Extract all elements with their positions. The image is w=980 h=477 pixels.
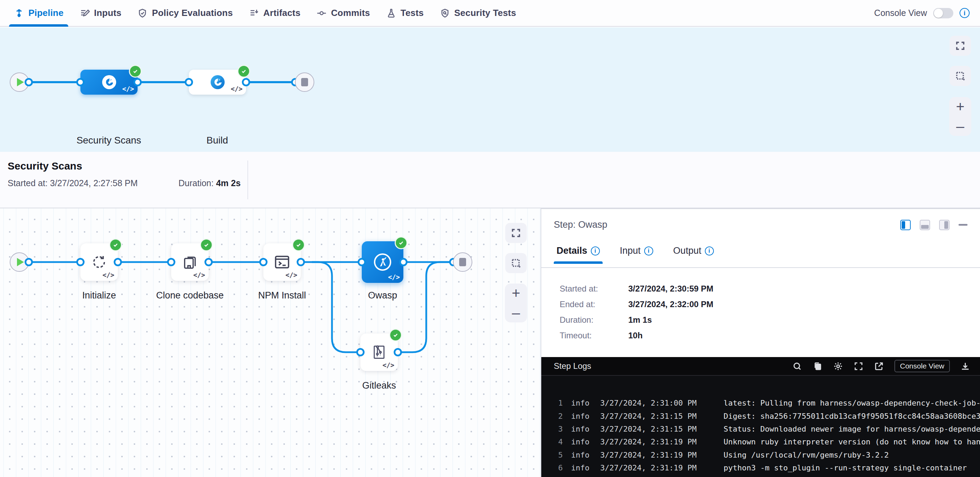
search-icon[interactable] [792,361,802,371]
console-view-info-icon[interactable]: i [959,8,970,18]
step-label-npm-install[interactable]: NPM Install [258,290,306,301]
log-line-number: 4 [541,437,563,446]
log-line-number: 2 [541,412,563,421]
code-glyph: </> [231,85,243,93]
play-icon [17,258,24,266]
zoom-in-button[interactable]: + [505,284,527,303]
stage-label-build[interactable]: Build [207,135,228,146]
stage-card-build[interactable]: </> [189,70,246,95]
fullscreen-icon [511,228,521,238]
port [76,258,84,266]
zoom-in-button[interactable]: + [949,97,971,116]
log-message: Using /usr/local/rvm/gems/ruby-3.2.2 [724,451,889,459]
details-info-icon[interactable]: i [591,246,600,255]
layout-bottom-pane-icon[interactable] [920,220,930,230]
tab-input[interactable]: Input i [620,246,653,264]
tab-artifacts[interactable]: Artifacts [249,0,301,26]
log-timestamp: 3/27/2024, 2:31:19 PM [600,437,699,446]
stage-edges [0,27,980,152]
detail-value: 3/27/2024, 2:30:59 PM [628,284,714,294]
copy-icon[interactable] [813,361,822,371]
inputs-icon [80,8,90,18]
settings-gear-icon[interactable] [833,361,843,371]
log-line: 1 info 3/27/2024, 2:31:00 PM latest: Pul… [541,397,980,409]
console-view-toggle[interactable] [933,8,953,18]
code-glyph: </> [388,273,400,281]
success-badge [109,238,122,251]
step-panel-tabs: Details i Input i Output i [557,246,714,264]
log-level: info [571,451,590,459]
pipeline-execution-screen: Pipeline Inputs Policy Evaluations Artif… [0,0,980,477]
port [167,258,175,266]
step-logs-title: Step Logs [554,361,591,371]
tab-security-tests[interactable]: Security Tests [440,0,516,26]
tab-security-tests-label: Security Tests [454,8,516,18]
canvas-fullscreen-button[interactable] [950,36,971,56]
step-logs-body[interactable]: 1 info 3/27/2024, 2:31:00 PM latest: Pul… [541,376,980,477]
step-card-clone-codebase[interactable]: </> [171,243,208,281]
canvas-fullscreen-button[interactable] [505,223,527,243]
port [76,78,84,86]
step-label-clone-codebase[interactable]: Clone codebase [156,290,224,301]
zoom-out-button[interactable]: – [949,116,971,136]
step-end-node[interactable] [453,252,473,272]
stage-graph-canvas[interactable]: </> Security Scans </> Build [0,27,980,152]
log-message: Unknown ruby interpreter version (do not… [724,437,980,446]
detail-value: 10h [628,331,643,340]
output-info-icon[interactable]: i [705,246,714,255]
log-line-number: 6 [541,463,563,472]
step-card-initialize[interactable]: </> [80,243,118,281]
layout-right-pane-icon[interactable] [900,220,911,230]
tab-inputs[interactable]: Inputs [80,0,121,26]
detail-value: 1m 1s [628,315,652,325]
tab-output-label: Output [673,246,702,256]
divider [247,161,248,199]
gitleaks-icon [369,343,389,362]
terminal-icon [272,252,292,272]
log-timestamp: 3/27/2024, 2:31:15 PM [600,412,699,421]
step-graph-canvas[interactable]: </> Initialize </> Clone codebase [0,208,541,477]
step-panel-title: Step: Owasp [554,219,608,230]
download-icon[interactable] [960,361,970,371]
input-info-icon[interactable]: i [644,246,653,255]
stage-duration-label: Duration: [178,178,213,188]
marquee-select-icon [511,258,521,268]
step-label-initialize[interactable]: Initialize [82,290,116,301]
tab-policy-evaluations-label: Policy Evaluations [152,8,232,18]
success-badge [129,65,142,78]
port [399,258,407,266]
stage-card-security-scans[interactable]: </> [80,70,138,95]
log-level: info [571,437,590,446]
port [358,258,366,266]
expand-icon[interactable] [854,361,864,371]
log-line: 6 info 3/27/2024, 2:31:19 PM python3 -m … [541,461,980,474]
step-label-gitleaks[interactable]: Gitleaks [362,380,396,391]
layout-side-pane-icon[interactable] [939,220,950,230]
log-line-number: 3 [541,424,563,433]
step-card-gitleaks[interactable]: </> [360,333,398,371]
tab-commits[interactable]: Commits [317,0,370,26]
step-label-owasp[interactable]: Owasp [368,290,397,301]
console-view-button[interactable]: Console View [894,360,950,372]
tab-pipeline[interactable]: Pipeline [14,0,64,26]
stage-label-security-scans[interactable]: Security Scans [76,135,142,146]
tab-input-label: Input [620,246,641,256]
step-card-owasp[interactable]: </> [362,241,403,283]
log-line-number: 1 [541,399,563,407]
tab-details[interactable]: Details i [557,246,600,264]
stage-end-node[interactable] [295,72,314,92]
clone-codebase-icon [180,252,200,272]
tab-tests[interactable]: Tests [386,0,424,26]
minimize-panel-button[interactable] [959,224,967,226]
step-card-npm-install[interactable]: </> [263,243,301,281]
canvas-select-button[interactable] [505,253,527,273]
zoom-out-button[interactable]: – [505,303,527,322]
artifacts-icon [249,8,259,18]
pipeline-icon [14,8,24,18]
tab-policy-evaluations[interactable]: Policy Evaluations [137,0,232,26]
detail-row-timeout: Timeout: 10h [560,331,643,340]
open-external-icon[interactable] [874,361,884,371]
canvas-select-button[interactable] [950,66,971,86]
tab-output[interactable]: Output i [673,246,714,264]
port [394,348,402,356]
